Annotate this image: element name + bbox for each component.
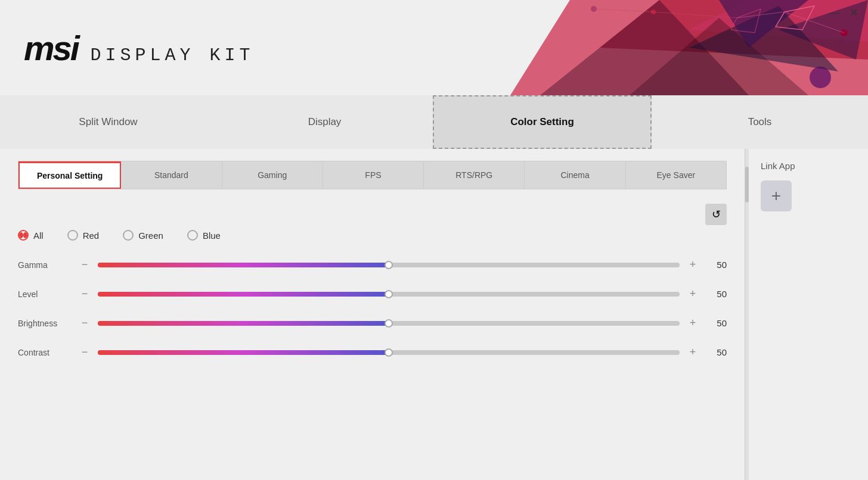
level-label: Level — [18, 289, 72, 299]
logo-area: msi Display Kit — [24, 28, 254, 68]
brightness-increase[interactable]: + — [687, 317, 699, 329]
controls-area: ↺ All Red — [18, 204, 727, 241]
slider-row-gamma: Gamma − + 50 — [18, 258, 727, 271]
radio-green[interactable]: Green — [123, 230, 163, 241]
radio-circle-all — [18, 230, 29, 241]
brightness-decrease[interactable]: − — [79, 317, 91, 329]
radio-circle-green — [123, 230, 134, 241]
tab-split-window[interactable]: Split Window — [0, 95, 216, 149]
add-link-app-button[interactable]: + — [761, 180, 792, 211]
link-app-label: Link App — [761, 161, 856, 171]
radio-circle-blue — [187, 230, 198, 241]
slider-row-contrast: Contrast − + 50 — [18, 346, 727, 359]
sub-tab-eye-saver[interactable]: Eye Saver — [626, 161, 726, 189]
radio-red[interactable]: Red — [67, 230, 100, 241]
minimize-button[interactable]: — — [829, 7, 840, 18]
level-value: 50 — [706, 289, 727, 299]
level-slider[interactable] — [98, 292, 680, 297]
right-panel: Link App + — [749, 149, 868, 480]
brightness-value: 50 — [706, 318, 727, 328]
header: — ✕ msi Display Kit — [0, 0, 868, 95]
tab-color-setting[interactable]: Color Setting — [433, 95, 652, 149]
sub-tab-rts-rpg[interactable]: RTS/RPG — [424, 161, 525, 189]
slider-row-brightness: Brightness − + 50 — [18, 317, 727, 329]
gamma-value: 50 — [706, 260, 727, 270]
brightness-label: Brightness — [18, 319, 72, 328]
close-button[interactable]: ✕ — [850, 7, 858, 18]
brightness-fill — [98, 321, 389, 326]
sub-tab-gaming[interactable]: Gaming — [222, 161, 323, 189]
tab-display[interactable]: Display — [216, 95, 433, 149]
contrast-label: Contrast — [18, 348, 72, 357]
content-wrapper: Personal Setting Standard Gaming FPS RTS… — [0, 149, 749, 480]
sub-tab-standard[interactable]: Standard — [121, 161, 222, 189]
contrast-thumb — [385, 348, 393, 357]
level-increase[interactable]: + — [687, 288, 699, 300]
tab-tools[interactable]: Tools — [652, 95, 868, 149]
main-content: Personal Setting Standard Gaming FPS RTS… — [0, 149, 745, 480]
window-controls: — ✕ — [829, 7, 858, 18]
sub-tab-cinema[interactable]: Cinema — [525, 161, 625, 189]
gamma-fill — [98, 263, 389, 267]
nav-tabs: Split Window Display Color Setting Tools — [0, 95, 868, 149]
gamma-slider[interactable] — [98, 263, 680, 267]
contrast-increase[interactable]: + — [687, 346, 699, 359]
level-decrease[interactable]: − — [79, 288, 91, 300]
contrast-slider[interactable] — [98, 350, 680, 355]
content-area: Personal Setting Standard Gaming FPS RTS… — [0, 149, 868, 480]
brightness-slider[interactable] — [98, 321, 680, 326]
reset-button[interactable]: ↺ — [705, 204, 727, 225]
radio-blue[interactable]: Blue — [187, 230, 221, 241]
gamma-label: Gamma — [18, 260, 72, 270]
scrollbar[interactable] — [745, 149, 749, 480]
gamma-decrease[interactable]: − — [79, 258, 91, 271]
radio-group: All Red Green Blue — [18, 230, 727, 241]
svg-point-12 — [810, 67, 831, 88]
contrast-fill — [98, 350, 389, 355]
radio-all[interactable]: All — [18, 230, 44, 241]
sub-tabs: Personal Setting Standard Gaming FPS RTS… — [18, 161, 727, 189]
slider-row-level: Level − + 50 — [18, 288, 727, 300]
level-fill — [98, 292, 389, 297]
sub-tab-fps[interactable]: FPS — [323, 161, 424, 189]
scrollbar-thumb — [745, 167, 749, 202]
brightness-thumb — [385, 319, 393, 328]
gamma-thumb — [385, 261, 393, 269]
radio-circle-red — [67, 230, 78, 241]
level-thumb — [385, 290, 393, 298]
sub-tab-personal[interactable]: Personal Setting — [18, 161, 121, 189]
gamma-increase[interactable]: + — [687, 258, 699, 271]
header-decoration — [451, 0, 868, 95]
contrast-decrease[interactable]: − — [79, 346, 91, 359]
contrast-value: 50 — [706, 347, 727, 357]
logo-msi: msi Display Kit — [24, 28, 254, 68]
